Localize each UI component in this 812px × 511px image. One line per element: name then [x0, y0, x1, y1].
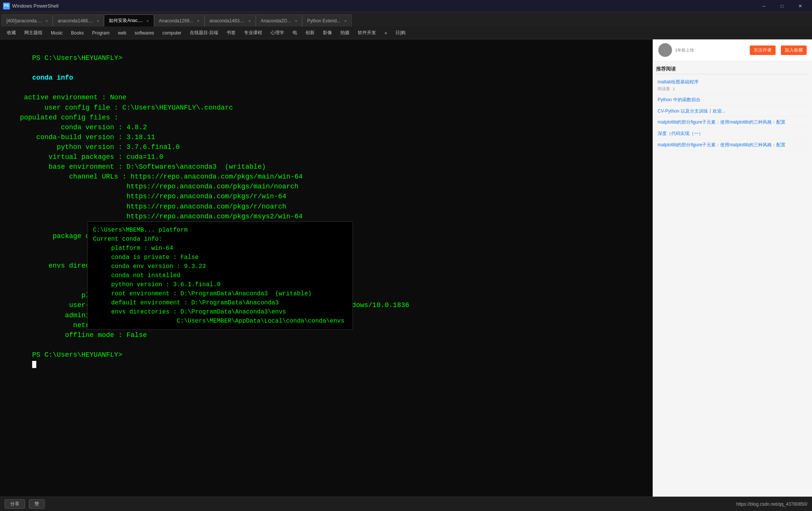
bookmark-3[interactable]: Books [67, 29, 87, 37]
bookmark-17[interactable]: » [381, 29, 391, 37]
bookmark-13[interactable]: 创新 [302, 28, 318, 38]
window-controls: ─ □ ✕ [755, 0, 809, 12]
output-line-7: base environment : D:\Softwares\anaconda… [8, 162, 645, 172]
recommend-title: 推荐阅读 [656, 64, 809, 74]
tab-close-2[interactable]: × [146, 19, 149, 23]
tab-label-1: anaconda1486.... [58, 18, 93, 24]
bookmarks-bar: 收藏 网主题组 Music Books Program web software… [0, 27, 812, 39]
overlay-line-2: platform : win-64 [93, 244, 347, 253]
tab-5[interactable]: Anaconda2O... × [256, 14, 302, 27]
output-line-3: conda version : 4.8.2 [8, 122, 645, 132]
sidebar-article-1[interactable]: Python 中的函数拟合 [656, 94, 809, 106]
sidebar-article-0[interactable]: matlab绘图基础程序 阅读量 1 [656, 77, 809, 94]
tabs-bar: [400]anaconda.... × anaconda1486.... × 如… [0, 12, 812, 27]
article-title-2: CV-Python 以及分支训练丨欢迎... [658, 108, 807, 114]
bookmark-11[interactable]: 心理学 [267, 28, 288, 38]
bookmark-16[interactable]: 软件开发 [354, 28, 380, 38]
tab-close-0[interactable]: × [46, 19, 48, 23]
output-line-2: populated config files : [8, 113, 645, 122]
main-content: PS C:\Users\HEYUANFLY> conda info active… [0, 39, 812, 497]
tab-2[interactable]: 如何安装Anac.... × [104, 14, 154, 27]
command-text: conda info [32, 74, 73, 82]
bookmark-9[interactable]: 书签 [223, 28, 239, 38]
output-line-1: user config file : C:\Users\HEYUANFLY\.c… [8, 103, 645, 113]
tab-close-3[interactable]: × [197, 19, 199, 23]
share-button[interactable]: 分享 [5, 499, 25, 509]
bookmark-2[interactable]: Music [47, 29, 66, 37]
minimize-button[interactable]: ─ [755, 0, 773, 12]
status-left: 分享 赞 [5, 499, 45, 509]
output-line-24: offline mode : False [8, 330, 645, 340]
article-title-4: 深度（代码实现（一） [658, 130, 807, 137]
close-button[interactable]: ✕ [792, 0, 809, 12]
sidebar-time: 1年前上传 [675, 47, 747, 53]
article-meta-0: 阅读量 1 [658, 86, 807, 92]
sidebar-avatar [658, 43, 672, 57]
article-title-1: Python 中的函数拟合 [658, 97, 807, 103]
bookmark-5[interactable]: web [114, 29, 130, 37]
output-line-5: python version : 3.7.6.final.0 [8, 142, 645, 152]
bookmark-1[interactable]: 网主题组 [20, 28, 46, 38]
bookmark-7[interactable]: computer [159, 29, 185, 37]
overlay-line-8: default environment : D:\ProgramData\Ana… [93, 298, 347, 307]
sidebar-article-5[interactable]: matplotlib的部分figure子元素：使用matplotlib的三种风格… [656, 140, 809, 151]
output-line-12: https://repo.anaconda.com/pkgs/msys2/win… [8, 212, 645, 221]
terminal-prompt-line: PS C:\Users\HEYUANFLY> conda info [8, 43, 645, 92]
output-line-0: active environment : None [8, 92, 645, 102]
tab-4[interactable]: anaconda1483.... × [205, 14, 256, 27]
overlay-line-6: python version : 3.6.1.final.0 [93, 280, 347, 289]
follow-button[interactable]: 关注作者 [750, 45, 776, 55]
output-line-6: virtual packages : cuda=11.0 [8, 152, 645, 162]
sidebar-content: 推荐阅读 matlab绘图基础程序 阅读量 1 Python 中的函数拟合 CV… [653, 61, 812, 497]
bookmark-8[interactable]: 在线题目·后端 [186, 28, 222, 38]
bookmark-15[interactable]: 拍摄 [337, 28, 353, 38]
bookmark-4[interactable]: Program [88, 29, 113, 37]
sidebar-article-4[interactable]: 深度（代码实现（一） [656, 128, 809, 140]
overlay-line-1: Current conda info: [93, 235, 347, 244]
sidebar-article-2[interactable]: CV-Python 以及分支训练丨欢迎... [656, 106, 809, 117]
bookmark-14[interactable]: 影像 [319, 28, 336, 38]
tab-6[interactable]: Python Extend... × [302, 14, 352, 27]
tab-close-5[interactable]: × [295, 19, 297, 23]
article-title-3: matplotlib的部分figure子元素：使用matplotlib的三种风格… [658, 119, 807, 125]
overlay-line-4: conda env version : 9.3.23 [93, 262, 347, 271]
overlay-line-3: conda is private : False [93, 253, 347, 262]
powershell-icon: PS [3, 3, 10, 9]
bookmark-0[interactable]: 收藏 [3, 28, 20, 38]
tab-3[interactable]: Anaconda1269... × [154, 14, 205, 27]
bookmark-12[interactable]: 电 [289, 28, 301, 38]
overlay-line-10: C:\Users\MEMBER\AppData\Local\conda\cond… [93, 317, 347, 326]
tab-1[interactable]: anaconda1486.... × [53, 14, 104, 27]
overlay-line-5: conda not installed [93, 271, 347, 280]
article-title-0: matlab绘图基础程序 [658, 79, 807, 85]
terminal[interactable]: PS C:\Users\HEYUANFLY> conda info active… [0, 39, 653, 497]
sidebar: 1年前上传 关注作者 加入收藏 推荐阅读 matlab绘图基础程序 阅读量 1 … [653, 39, 812, 497]
maximize-button[interactable]: □ [773, 0, 791, 12]
output-line-8: channel URLs : https://repo.anaconda.com… [8, 172, 645, 182]
bookmark-6[interactable]: softwares [131, 29, 158, 37]
tab-label-3: Anaconda1269... [159, 18, 194, 24]
like-button[interactable]: 赞 [29, 499, 45, 509]
tab-label-6: Python Extend... [307, 18, 340, 24]
tab-0[interactable]: [400]anaconda.... × [2, 14, 53, 27]
status-url: https://blog.csdn.net/qq_43780850/ [736, 502, 807, 507]
title-bar: PS Windows PowerShell ─ □ ✕ [0, 0, 812, 12]
tab-label-2: 如何安装Anac.... [109, 17, 143, 24]
overlay-line-9: envs directories : D:\ProgramData\Anacon… [93, 307, 347, 317]
favorite-button[interactable]: 加入收藏 [781, 45, 807, 55]
bookmark-18[interactable]: 日|购 [392, 28, 409, 38]
overlay-line-0: C:\Users\MBEMB... platform [93, 226, 347, 235]
status-bar: 分享 赞 https://blog.csdn.net/qq_43780850/ [0, 497, 812, 511]
output-line-11: https://repo.anaconda.com/pkgs/r/noarch [8, 202, 645, 212]
sidebar-article-3[interactable]: matplotlib的部分figure子元素：使用matplotlib的三种风格… [656, 117, 809, 128]
prompt2-text: PS C:\Users\HEYUANFLY> [32, 351, 123, 359]
overlay-line-7: root environment : D:\ProgramData\Anacon… [93, 289, 347, 298]
tab-close-4[interactable]: × [248, 19, 250, 23]
output-line-10: https://repo.anaconda.com/pkgs/r/win-64 [8, 191, 645, 201]
prompt-text: PS C:\Users\HEYUANFLY> [32, 54, 123, 62]
tab-label-0: [400]anaconda.... [6, 18, 42, 24]
bookmark-10[interactable]: 专业课程 [240, 28, 266, 38]
tab-close-6[interactable]: × [344, 19, 346, 23]
tab-close-1[interactable]: × [97, 19, 99, 23]
sidebar-header: 1年前上传 关注作者 加入收藏 [653, 39, 812, 61]
